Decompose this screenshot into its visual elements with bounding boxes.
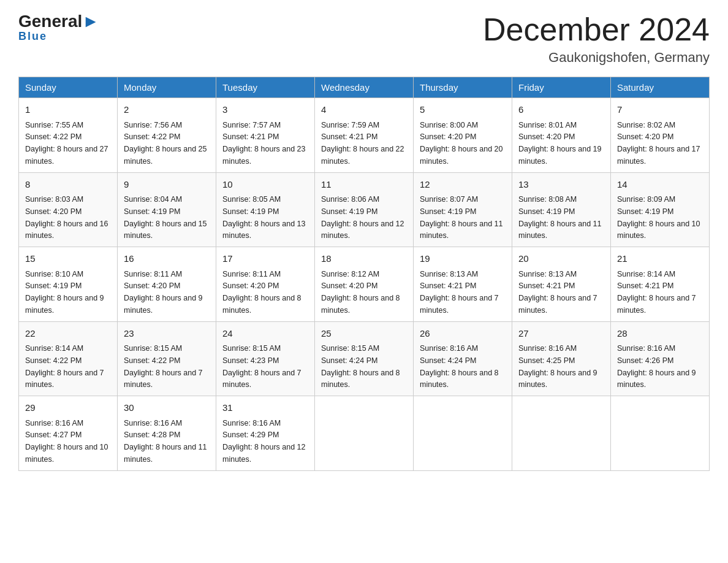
day-number: 20 <box>518 252 604 266</box>
logo-blue-label: Blue <box>18 30 47 43</box>
calendar-cell: 9 Sunrise: 8:04 AMSunset: 4:19 PMDayligh… <box>118 172 216 247</box>
calendar-cell: 10 Sunrise: 8:05 AMSunset: 4:19 PMDaylig… <box>216 172 315 247</box>
calendar-cell: 16 Sunrise: 8:11 AMSunset: 4:20 PMDaylig… <box>118 247 216 322</box>
calendar-cell: 17 Sunrise: 8:11 AMSunset: 4:20 PMDaylig… <box>216 247 315 322</box>
title-area: December 2024 Gaukonigshofen, Germany <box>483 12 710 66</box>
header-friday: Friday <box>512 77 611 98</box>
day-info: Sunrise: 8:14 AMSunset: 4:21 PMDaylight:… <box>617 270 696 315</box>
day-number: 8 <box>25 178 111 192</box>
day-number: 18 <box>321 252 407 266</box>
calendar-cell: 2 Sunrise: 7:56 AMSunset: 4:22 PMDayligh… <box>118 98 216 173</box>
day-number: 25 <box>321 327 407 341</box>
logo-triangle-icon: ► <box>82 12 99 31</box>
day-number: 21 <box>617 252 703 266</box>
week-row-1: 1 Sunrise: 7:55 AMSunset: 4:22 PMDayligh… <box>19 98 710 173</box>
calendar-cell: 18 Sunrise: 8:12 AMSunset: 4:20 PMDaylig… <box>315 247 414 322</box>
location-title: Gaukonigshofen, Germany <box>483 50 710 66</box>
day-number: 22 <box>25 327 111 341</box>
day-number: 26 <box>420 327 506 341</box>
header-wednesday: Wednesday <box>315 77 414 98</box>
day-info: Sunrise: 8:16 AMSunset: 4:26 PMDaylight:… <box>617 344 696 389</box>
day-info: Sunrise: 8:15 AMSunset: 4:22 PMDaylight:… <box>124 344 203 389</box>
calendar-cell: 15 Sunrise: 8:10 AMSunset: 4:19 PMDaylig… <box>19 247 118 322</box>
day-number: 5 <box>420 103 506 117</box>
header-monday: Monday <box>118 77 216 98</box>
calendar-cell <box>512 396 611 471</box>
day-info: Sunrise: 8:07 AMSunset: 4:19 PMDaylight:… <box>420 195 503 240</box>
logo: General► Blue <box>18 12 99 43</box>
day-number: 16 <box>124 252 210 266</box>
week-row-3: 15 Sunrise: 8:10 AMSunset: 4:19 PMDaylig… <box>19 247 710 322</box>
day-info: Sunrise: 8:03 AMSunset: 4:20 PMDaylight:… <box>25 195 108 240</box>
header-sunday: Sunday <box>19 77 118 98</box>
calendar-cell: 1 Sunrise: 7:55 AMSunset: 4:22 PMDayligh… <box>19 98 118 173</box>
day-info: Sunrise: 8:09 AMSunset: 4:19 PMDaylight:… <box>617 195 700 240</box>
calendar-cell: 13 Sunrise: 8:08 AMSunset: 4:19 PMDaylig… <box>512 172 611 247</box>
day-info: Sunrise: 8:01 AMSunset: 4:20 PMDaylight:… <box>518 121 602 166</box>
header-row: SundayMondayTuesdayWednesdayThursdayFrid… <box>19 77 710 98</box>
day-number: 12 <box>420 178 506 192</box>
day-number: 19 <box>420 252 506 266</box>
calendar-cell <box>611 396 710 471</box>
calendar-cell: 27 Sunrise: 8:16 AMSunset: 4:25 PMDaylig… <box>512 321 611 396</box>
day-info: Sunrise: 8:13 AMSunset: 4:21 PMDaylight:… <box>420 270 499 315</box>
day-number: 13 <box>518 178 604 192</box>
day-number: 2 <box>124 103 210 117</box>
day-number: 9 <box>124 178 210 192</box>
day-info: Sunrise: 8:16 AMSunset: 4:24 PMDaylight:… <box>420 344 499 389</box>
calendar-cell <box>315 396 414 471</box>
calendar-cell <box>414 396 512 471</box>
week-row-2: 8 Sunrise: 8:03 AMSunset: 4:20 PMDayligh… <box>19 172 710 247</box>
day-info: Sunrise: 8:16 AMSunset: 4:25 PMDaylight:… <box>518 344 597 389</box>
calendar-cell: 19 Sunrise: 8:13 AMSunset: 4:21 PMDaylig… <box>414 247 512 322</box>
calendar-table: SundayMondayTuesdayWednesdayThursdayFrid… <box>18 77 710 471</box>
day-number: 4 <box>321 103 407 117</box>
week-row-5: 29 Sunrise: 8:16 AMSunset: 4:27 PMDaylig… <box>19 396 710 471</box>
day-info: Sunrise: 8:02 AMSunset: 4:20 PMDaylight:… <box>617 121 700 166</box>
day-number: 10 <box>222 178 308 192</box>
calendar-cell: 29 Sunrise: 8:16 AMSunset: 4:27 PMDaylig… <box>19 396 118 471</box>
calendar-cell: 14 Sunrise: 8:09 AMSunset: 4:19 PMDaylig… <box>611 172 710 247</box>
day-number: 14 <box>617 178 703 192</box>
calendar-cell: 25 Sunrise: 8:15 AMSunset: 4:24 PMDaylig… <box>315 321 414 396</box>
day-info: Sunrise: 8:16 AMSunset: 4:28 PMDaylight:… <box>124 419 207 464</box>
calendar-cell: 8 Sunrise: 8:03 AMSunset: 4:20 PMDayligh… <box>19 172 118 247</box>
calendar-cell: 22 Sunrise: 8:14 AMSunset: 4:22 PMDaylig… <box>19 321 118 396</box>
calendar-cell: 6 Sunrise: 8:01 AMSunset: 4:20 PMDayligh… <box>512 98 611 173</box>
calendar-cell: 21 Sunrise: 8:14 AMSunset: 4:21 PMDaylig… <box>611 247 710 322</box>
day-info: Sunrise: 7:59 AMSunset: 4:21 PMDaylight:… <box>321 121 404 166</box>
header-tuesday: Tuesday <box>216 77 315 98</box>
day-info: Sunrise: 8:11 AMSunset: 4:20 PMDaylight:… <box>222 270 301 315</box>
day-number: 7 <box>617 103 703 117</box>
calendar-cell: 31 Sunrise: 8:16 AMSunset: 4:29 PMDaylig… <box>216 396 315 471</box>
calendar-cell: 11 Sunrise: 8:06 AMSunset: 4:19 PMDaylig… <box>315 172 414 247</box>
day-info: Sunrise: 8:12 AMSunset: 4:20 PMDaylight:… <box>321 270 400 315</box>
header-saturday: Saturday <box>611 77 710 98</box>
day-number: 6 <box>518 103 604 117</box>
day-info: Sunrise: 8:08 AMSunset: 4:19 PMDaylight:… <box>518 195 602 240</box>
day-number: 29 <box>25 401 111 415</box>
calendar-cell: 23 Sunrise: 8:15 AMSunset: 4:22 PMDaylig… <box>118 321 216 396</box>
header-thursday: Thursday <box>414 77 512 98</box>
day-info: Sunrise: 8:16 AMSunset: 4:29 PMDaylight:… <box>222 419 306 464</box>
day-number: 28 <box>617 327 703 341</box>
logo-text: General► <box>18 12 99 31</box>
day-info: Sunrise: 8:11 AMSunset: 4:20 PMDaylight:… <box>124 270 203 315</box>
calendar-cell: 3 Sunrise: 7:57 AMSunset: 4:21 PMDayligh… <box>216 98 315 173</box>
day-info: Sunrise: 8:06 AMSunset: 4:19 PMDaylight:… <box>321 195 404 240</box>
calendar-cell: 28 Sunrise: 8:16 AMSunset: 4:26 PMDaylig… <box>611 321 710 396</box>
day-number: 27 <box>518 327 604 341</box>
calendar-cell: 5 Sunrise: 8:00 AMSunset: 4:20 PMDayligh… <box>414 98 512 173</box>
calendar-cell: 12 Sunrise: 8:07 AMSunset: 4:19 PMDaylig… <box>414 172 512 247</box>
day-info: Sunrise: 7:56 AMSunset: 4:22 PMDaylight:… <box>124 121 207 166</box>
day-number: 24 <box>222 327 308 341</box>
day-info: Sunrise: 8:04 AMSunset: 4:19 PMDaylight:… <box>124 195 207 240</box>
day-number: 3 <box>222 103 308 117</box>
day-info: Sunrise: 8:05 AMSunset: 4:19 PMDaylight:… <box>222 195 306 240</box>
calendar-cell: 7 Sunrise: 8:02 AMSunset: 4:20 PMDayligh… <box>611 98 710 173</box>
day-number: 15 <box>25 252 111 266</box>
day-info: Sunrise: 8:14 AMSunset: 4:22 PMDaylight:… <box>25 344 104 389</box>
header: General► Blue December 2024 Gaukonigshof… <box>18 12 710 66</box>
day-number: 31 <box>222 401 308 415</box>
day-info: Sunrise: 7:57 AMSunset: 4:21 PMDaylight:… <box>222 121 306 166</box>
